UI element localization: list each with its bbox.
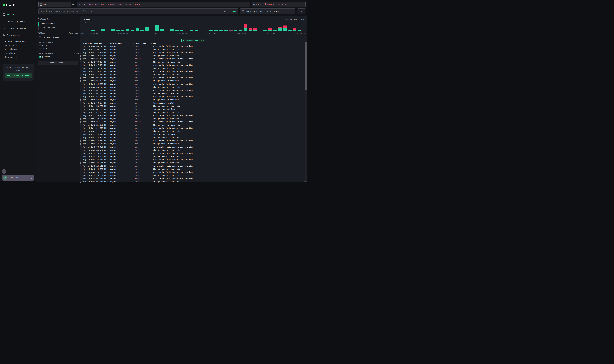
svg-text:1:39:45 PM: 1:39:45 PM	[236, 32, 246, 34]
svg-text:1:41:15 PM: 1:41:15 PM	[265, 32, 275, 34]
svg-text:1:35:15 PM: 1:35:15 PM	[147, 32, 157, 34]
svg-text:1:38:15 PM: 1:38:15 PM	[206, 32, 216, 34]
svg-text:0: 0	[86, 30, 87, 32]
svg-text:12: 12	[85, 22, 87, 24]
svg-text:May 15 1:32:00 PM: May 15 1:32:00 PM	[81, 32, 98, 34]
svg-text:1:36:45 PM: 1:36:45 PM	[177, 32, 187, 34]
svg-text:1:42:45 PM: 1:42:45 PM	[295, 32, 304, 34]
svg-text:1:33:45 PM: 1:33:45 PM	[118, 32, 128, 34]
